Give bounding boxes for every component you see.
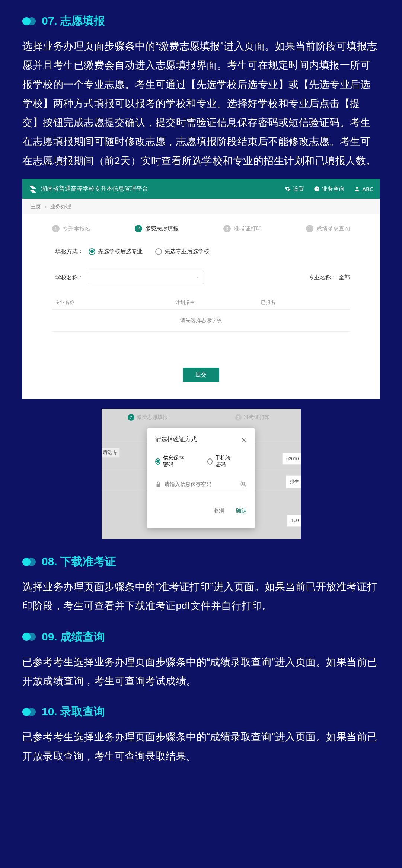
svg-point-2	[356, 187, 358, 189]
help-icon: ?	[314, 186, 320, 192]
mode-label: 填报方式：	[52, 248, 89, 255]
radio-icon	[89, 248, 95, 255]
step-1[interactable]: 1专升本报名	[52, 225, 90, 232]
radio-icon	[155, 248, 162, 255]
site-title: 湖南省普通高等学校专升本信息管理平台	[41, 185, 275, 193]
verify-dialog: 请选择验证方式 信息保存密码 手机验证码 取消 确认	[147, 428, 255, 528]
bullet-icon	[22, 558, 36, 566]
school-label: 学校名称：	[52, 274, 89, 281]
dialog-title: 请选择验证方式	[155, 436, 197, 443]
crumb-home[interactable]: 主页	[31, 203, 41, 210]
radio-school-first[interactable]: 先选学校后选专业	[89, 248, 143, 255]
eye-off-icon[interactable]	[240, 481, 247, 487]
radio-major-first[interactable]: 先选专业后选学校	[155, 248, 209, 255]
password-input[interactable]	[165, 481, 237, 487]
bg-fragment: 报生	[286, 475, 301, 488]
step-bar: 1专升本报名 2缴费志愿填报 3准考证打印 4成绩录取查询	[52, 225, 350, 232]
step-2[interactable]: 2缴费志愿填报	[135, 225, 179, 232]
user-label: ABC	[362, 186, 374, 192]
user-icon	[354, 186, 360, 192]
section-08-body: 选择业务办理页面步骤条中的“准考证打印”进入页面。如果当前已开放准考证打印阶段，…	[22, 578, 380, 616]
close-icon[interactable]	[241, 437, 247, 443]
query-label: 业务查询	[322, 185, 344, 193]
settings-label: 设置	[293, 185, 304, 193]
bullet-icon	[22, 633, 36, 641]
site-logo	[28, 184, 37, 193]
bg-fragment: 02010	[282, 453, 300, 465]
chevron-right-icon: ›	[45, 204, 47, 210]
step-4[interactable]: 4成绩录取查询	[306, 225, 350, 232]
breadcrumb: 主页 › 业务办理	[22, 199, 380, 214]
major-label: 专业名称：	[309, 274, 336, 281]
section-10-heading: 10. 录取查询	[42, 704, 105, 719]
radio-icon	[207, 458, 213, 465]
bg-fragment: 100	[287, 515, 300, 527]
lock-icon	[155, 481, 162, 487]
section-07-body: 选择业务办理页面步骤条中的“缴费志愿填报”进入页面。如果当前阶段可填报志愿并且考…	[22, 37, 380, 171]
crumb-current: 业务办理	[50, 203, 71, 210]
table-header: 专业名称 计划招生 已报名	[52, 294, 350, 310]
radio-icon	[155, 458, 160, 465]
cancel-button[interactable]: 取消	[213, 507, 224, 514]
screenshot-verify-dialog: 2缴费志愿填报 3准考证打印 后选专 02010 报生 100 请选择验证方式 …	[102, 409, 301, 539]
screenshot-volunteer-form: 湖南省普通高等学校专升本信息管理平台 设置 ? 业务查询 ABC 主页 › 业务…	[22, 179, 380, 399]
section-09-body: 已参考考生选择业务办理页面步骤条中的“成绩录取查询”进入页面。如果当前已开放成绩…	[22, 653, 380, 691]
table-empty: 请先选择志愿学校	[52, 310, 350, 332]
submit-button[interactable]: 提交	[183, 368, 219, 382]
gear-icon	[285, 186, 291, 192]
bullet-icon	[22, 708, 36, 716]
bullet-icon	[22, 17, 36, 25]
confirm-button[interactable]: 确认	[236, 507, 247, 514]
section-07-heading: 07. 志愿填报	[42, 13, 105, 29]
col-applied: 已报名	[261, 299, 347, 306]
school-select[interactable]	[89, 271, 204, 284]
chevron-down-icon	[195, 275, 200, 280]
settings-button[interactable]: 设置	[285, 185, 304, 193]
col-major: 专业名称	[55, 299, 175, 306]
radio-password[interactable]: 信息保存密码	[155, 455, 186, 468]
col-plan: 计划招生	[175, 299, 261, 306]
svg-text:?: ?	[316, 187, 318, 191]
radio-sms[interactable]: 手机验证码	[207, 455, 234, 468]
section-10-body: 已参考考生选择业务办理页面步骤条中的“成绩录取查询”进入页面。如果当前已开放录取…	[22, 728, 380, 766]
section-08-heading: 08. 下载准考证	[42, 554, 116, 569]
user-button[interactable]: ABC	[354, 186, 374, 192]
bg-fragment: 后选专	[102, 448, 120, 458]
step-3[interactable]: 3准考证打印	[223, 225, 262, 232]
major-value: 全部	[339, 274, 350, 281]
query-button[interactable]: ? 业务查询	[314, 185, 344, 193]
section-09-heading: 09. 成绩查询	[42, 629, 105, 645]
